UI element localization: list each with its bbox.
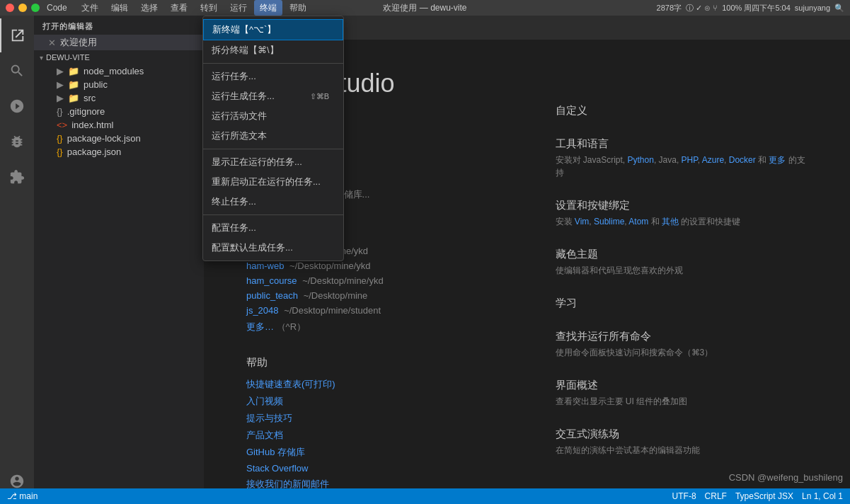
dropdown-item-split-terminal[interactable]: 拆分终端【⌘\】 [203,40,343,60]
tree-item-label: package-lock.json [67,133,141,144]
close-button[interactable] [6,4,14,12]
traffic-lights [6,4,40,12]
customize-header: 自定义 [556,104,808,118]
new-terminal-label: 新终端【^⌥`】 [212,23,276,36]
run-active-label: 运行活动文件 [212,110,267,122]
interface-title: 界面概述 [556,379,808,392]
minimize-button[interactable] [18,4,27,12]
configure-tasks-label: 配置任务... [212,222,256,234]
top-bar-right: 2878字 ⓘ ✓ ⊙ ⑂ 100% 周四下午5:04 sujunyang 🔍 [657,3,844,13]
tree-item-node-modules[interactable]: ▶ 📁 node_modules [34,64,204,78]
tree-item-public[interactable]: ▶ 📁 public [34,78,204,91]
dropdown-item-new-terminal[interactable]: 新终端【^⌥`】 [203,19,343,40]
keybindings-desc: 安装 Vim, Sublime, Atom 和 其他 的设置和快捷键 [556,215,808,228]
activity-extensions[interactable] [0,160,34,194]
more-link-text: 更多… [246,321,274,332]
restart-running-label: 重新启动正在运行的任务... [212,176,321,188]
learn-header: 学习 [556,297,808,310]
learn-interface[interactable]: 界面概述 查看突出显示主要 UI 组件的叠加图 [556,379,808,408]
tree-item-index-html[interactable]: <> index.html [34,118,204,132]
status-language[interactable]: TypeScript JSX [735,491,793,501]
help-intro[interactable]: 入门视频 [246,395,499,408]
menu-select[interactable]: 选择 [135,0,163,16]
status-position[interactable]: Ln 1, Col 1 [802,491,843,501]
tree-item-gitignore[interactable]: {} .gitignore [34,105,204,118]
folder-icon: 📁 [68,93,79,103]
help-section: 帮助 快捷键速查表(可打印) 入门视频 提示与技巧 产品文档 GitHub 存储… [246,356,499,491]
dropdown-item-restart-running[interactable]: 重新启动正在运行的任务... [203,172,343,192]
customize-keybindings[interactable]: 设置和按键绑定 安装 Vim, Sublime, Atom 和 其他 的设置和快… [556,199,808,228]
dropdown-item-configure-default[interactable]: 配置默认生成任务... [203,238,343,258]
recent-ham-web[interactable]: ham-web ~/Desktop/mine/ykd [246,260,499,271]
menu-terminal[interactable]: 终端 [254,0,282,16]
activity-git[interactable] [0,89,34,123]
status-branch[interactable]: ⎇ main [7,491,38,501]
tree-item-label: public [84,79,108,90]
sidebar-welcome-tab[interactable]: ✕ 欢迎使用 [34,35,204,50]
dropdown-item-run-build[interactable]: 运行生成任务... ⇧⌘B [203,86,343,106]
help-stackoverflow[interactable]: Stack Overflow [246,463,499,474]
tree-item-label: src [84,93,96,103]
tree-item-label: node_modules [84,66,144,76]
dropdown-item-configure-tasks[interactable]: 配置任务... [203,218,343,238]
status-eol[interactable]: CRLF [705,491,727,501]
chevron-down-icon: ▾ [40,54,43,62]
menu-goto[interactable]: 转到 [195,0,223,16]
customize-theme[interactable]: 藏色主题 使编辑器和代码呈现您喜欢的外观 [556,248,808,277]
sidebar: 打开的编辑器 ✕ 欢迎使用 ▾ DEWU-VITE ▶ 📁 node_modul… [34,16,204,504]
playground-title: 交互式演练场 [556,428,808,441]
customize-title: 自定义 [556,104,808,118]
json-icon: {} [57,147,63,157]
folder-icon: 📁 [68,66,79,76]
menu-file[interactable]: 文件 [76,0,104,16]
main-layout: 打开的编辑器 ✕ 欢迎使用 ▾ DEWU-VITE ▶ 📁 node_modul… [0,16,850,504]
maximize-button[interactable] [31,4,40,12]
dropdown-item-run-task[interactable]: 运行任务... [203,67,343,86]
close-icon[interactable]: ✕ [48,38,56,48]
recent-ham-course[interactable]: ham_course ~/Desktop/mine/ykd [246,275,499,286]
dropdown-item-show-running[interactable]: 显示正在运行的任务... [203,152,343,172]
tree-item-src[interactable]: ▶ 📁 src [34,91,204,105]
help-docs[interactable]: 产品文档 [246,429,499,442]
dropdown-item-run-selected[interactable]: 运行所选文本 [203,126,343,146]
recent-public-teach[interactable]: public_teach ~/Desktop/mine [246,290,499,301]
status-bar: ⎇ main UTF-8 CRLF TypeScript JSX Ln 1, C… [0,488,850,504]
menu-run[interactable]: 运行 [224,0,253,16]
activity-explorer[interactable] [0,18,34,52]
file-tree: ▶ 📁 node_modules ▶ 📁 public ▶ 📁 src {} .… [34,64,204,504]
html-icon: <> [57,120,67,130]
activity-debug[interactable] [0,125,34,159]
more-link[interactable]: 更多… （^R） [246,321,306,332]
split-terminal-label: 拆分终端【⌘\】 [212,44,279,57]
status-encoding[interactable]: UTF-8 [672,491,696,501]
run-build-shortcut: ⇧⌘B [310,92,329,101]
sidebar-project-title[interactable]: ▾ DEWU-VITE [34,50,204,64]
json-icon: {} [57,133,63,144]
help-tips[interactable]: 提示与技巧 [246,412,499,425]
folder-icon: 📁 [68,79,79,90]
path-js-2048: ~/Desktop/mine/student [284,305,381,316]
dropdown-item-run-active[interactable]: 运行活动文件 [203,106,343,126]
dropdown-item-terminate[interactable]: 终止任务... [203,192,343,212]
interface-desc: 查看突出显示主要 UI 组件的叠加图 [556,395,808,408]
tools-title: 工具和语言 [556,137,808,151]
help-shortcuts[interactable]: 快捷键速查表(可打印) [246,378,499,391]
customize-tools[interactable]: 工具和语言 安装对 JavaScript, Python, Java, PHP,… [556,137,808,179]
learn-playground[interactable]: 交互式演练场 在简短的演练中尝试基本的编辑器功能 [556,428,808,457]
menu-help[interactable]: 帮助 [284,0,312,16]
top-bar: Code 文件 编辑 选择 查看 转到 运行 终端 帮助 欢迎使用 — dewu… [0,0,850,16]
path-ham-web: ~/Desktop/mine/ykd [289,260,371,271]
tree-item-package-lock[interactable]: {} package-lock.json [34,132,204,145]
sidebar-header: 打开的编辑器 [34,16,204,35]
commands-desc: 使用命令面板快速访问和搜索命令（⌘3） [556,346,808,359]
learn-commands[interactable]: 查找并运行所有命令 使用命令面板快速访问和搜索命令（⌘3） [556,330,808,359]
menu-edit[interactable]: 编辑 [105,0,134,16]
menu-view[interactable]: 查看 [165,0,193,16]
help-github[interactable]: GitHub 存储库 [246,446,499,459]
tree-item-package-json[interactable]: {} package.json [34,145,204,159]
csdn-watermark: CSDN @weifeng_bushileng [729,472,843,483]
search-icon[interactable]: 🔍 [834,4,844,13]
dropdown-separator-3 [203,214,343,215]
recent-js-2048[interactable]: js_2048 ~/Desktop/mine/student [246,305,499,316]
activity-search[interactable] [0,54,34,88]
